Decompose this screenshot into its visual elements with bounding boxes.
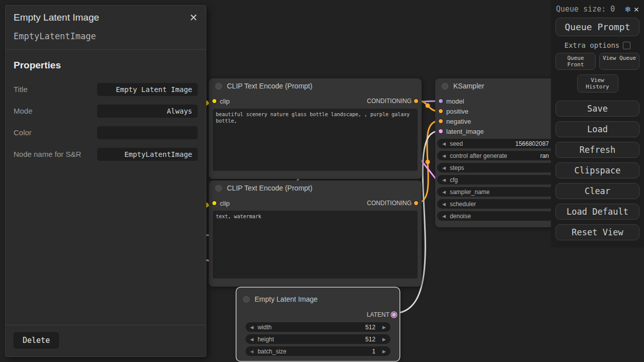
increment-arrow-icon[interactable]: ▶: [382, 349, 386, 354]
mode-select[interactable]: Always: [97, 105, 198, 118]
queue-front-button[interactable]: Queue Front: [555, 53, 596, 70]
node-clip-text-encode-positive[interactable]: CLIP Text Encode (Prompt) clip CONDITION…: [209, 78, 422, 179]
field-label-title: Title: [14, 84, 28, 95]
decrement-arrow-icon[interactable]: ◀: [442, 214, 446, 219]
field-label-color: Color: [14, 128, 32, 138]
field-label-mode: Mode: [14, 106, 33, 116]
input-label-clip: clip: [220, 98, 230, 105]
view-queue-button[interactable]: View Queue: [599, 53, 639, 70]
widget-denoise[interactable]: ◀ denoise: [437, 211, 554, 221]
color-field[interactable]: [97, 126, 198, 139]
decrement-arrow-icon[interactable]: ◀: [250, 337, 254, 342]
output-label-latent: LATENT: [367, 311, 389, 318]
node-properties-dialog: Empty Latent Image ✕ EmptyLatentImage Pr…: [5, 5, 206, 357]
queue-prompt-button[interactable]: Queue Prompt: [555, 18, 639, 36]
node-title: KSampler: [453, 82, 484, 90]
node-title: CLIP Text Encode (Prompt): [227, 184, 312, 192]
positive-prompt-textarea[interactable]: beautiful scenery nature glass bottle la…: [213, 109, 418, 171]
increment-arrow-icon[interactable]: ▶: [382, 337, 386, 342]
widget-height[interactable]: ◀ height 512 ▶: [246, 334, 390, 344]
output-dot-latent[interactable]: [391, 312, 396, 317]
input-dot-negative[interactable]: [438, 119, 443, 124]
save-button[interactable]: Save: [555, 101, 639, 117]
extra-options-checkbox[interactable]: [623, 42, 630, 49]
node-header[interactable]: KSampler: [435, 78, 556, 94]
decrement-arrow-icon[interactable]: ◀: [442, 177, 446, 183]
slot-row: clip CONDITIONING: [209, 198, 422, 208]
widget-batch-size[interactable]: ◀ batch_size 1 ▶: [246, 346, 390, 356]
node-title: Empty Latent Image: [255, 295, 317, 303]
settings-gear-icon[interactable]: ❄: [625, 5, 630, 14]
close-menu-icon[interactable]: ✕: [634, 5, 639, 14]
collapse-dot-icon[interactable]: [442, 83, 448, 89]
input-label-clip: clip: [220, 200, 230, 207]
input-label-negative: negative: [446, 118, 471, 125]
node-empty-latent-image[interactable]: Empty Latent Image LATENT ◀ width 512 ▶ …: [236, 288, 399, 361]
decrement-arrow-icon[interactable]: ◀: [250, 349, 254, 354]
decrement-arrow-icon[interactable]: ◀: [442, 190, 446, 195]
decrement-arrow-icon[interactable]: ◀: [442, 165, 446, 170]
input-label-model: model: [446, 98, 464, 105]
input-dot-positive[interactable]: [438, 109, 443, 114]
comfy-menu: Queue size: 0 ❄ ✕ Queue Prompt Extra opt…: [551, 0, 644, 247]
output-dot-conditioning[interactable]: [414, 201, 419, 206]
node-name-sr-field[interactable]: EmptyLatentImage: [97, 148, 198, 161]
load-default-button[interactable]: Load Default: [555, 204, 639, 220]
field-label-node-name-sr: Node name for S&R: [14, 149, 81, 159]
input-label-latent-image: latent_image: [446, 128, 484, 135]
node-header[interactable]: Empty Latent Image: [236, 288, 399, 305]
slot-row: model: [435, 96, 556, 106]
input-dot-latent-image[interactable]: [438, 129, 443, 134]
load-button[interactable]: Load: [555, 121, 639, 137]
decrement-arrow-icon[interactable]: ◀: [250, 325, 254, 330]
link-dot-negative: [426, 160, 430, 164]
slot-row: negative: [435, 116, 556, 126]
delete-button[interactable]: Delete: [14, 332, 59, 348]
node-clip-text-encode-negative[interactable]: CLIP Text Encode (Prompt) clip CONDITION…: [209, 180, 422, 287]
output-label-conditioning: CONDITIONING: [367, 200, 412, 207]
title-field[interactable]: Empty Latent Image: [97, 83, 198, 96]
negative-prompt-textarea[interactable]: text, watermark: [213, 211, 418, 279]
widget-width[interactable]: ◀ width 512 ▶: [246, 322, 390, 332]
decrement-arrow-icon[interactable]: ◀: [442, 153, 446, 158]
increment-arrow-icon[interactable]: ▶: [382, 325, 386, 330]
queue-size-label: Queue size: 0: [556, 5, 622, 14]
close-icon[interactable]: ✕: [189, 13, 198, 23]
widget-cfg[interactable]: ◀ cfg: [437, 175, 554, 185]
dialog-title: Empty Latent Image: [14, 12, 99, 23]
decrement-arrow-icon[interactable]: ◀: [442, 141, 446, 146]
widget-control-after-generate[interactable]: ◀ control after generate ran: [437, 151, 554, 160]
clipspace-button[interactable]: Clipspace: [555, 162, 639, 178]
widget-steps[interactable]: ◀ steps: [437, 163, 554, 172]
collapse-dot-icon[interactable]: [215, 185, 222, 192]
slot-row: latent_image: [435, 126, 556, 136]
widget-seed[interactable]: ◀ seed 1566802087: [437, 139, 554, 148]
input-label-positive: positive: [446, 108, 468, 115]
input-dot-model[interactable]: [438, 99, 443, 104]
collapse-dot-icon[interactable]: [215, 83, 222, 89]
node-header[interactable]: CLIP Text Encode (Prompt): [209, 78, 422, 94]
decrement-arrow-icon[interactable]: ◀: [442, 202, 446, 207]
collapse-dot-icon[interactable]: [243, 296, 250, 303]
extra-options-label: Extra options: [565, 41, 620, 49]
properties-section-title: Properties: [14, 60, 198, 71]
input-dot-clip[interactable]: [212, 99, 217, 104]
output-dot-conditioning[interactable]: [414, 99, 419, 104]
slot-row: clip CONDITIONING: [209, 96, 422, 106]
refresh-button[interactable]: Refresh: [555, 142, 639, 158]
view-history-button[interactable]: View History: [577, 74, 618, 93]
input-dot-clip[interactable]: [212, 201, 217, 206]
slot-row: positive: [435, 106, 556, 116]
link-dot-positive: [426, 104, 430, 108]
node-header[interactable]: CLIP Text Encode (Prompt): [209, 180, 422, 196]
output-label-conditioning: CONDITIONING: [367, 98, 412, 105]
reset-view-button[interactable]: Reset View: [555, 224, 639, 240]
clear-button[interactable]: Clear: [555, 183, 639, 199]
node-title: CLIP Text Encode (Prompt): [227, 82, 312, 90]
node-ksampler[interactable]: KSampler model positive negative latent_…: [435, 78, 556, 227]
slot-row: LATENT: [236, 310, 399, 320]
widget-sampler-name[interactable]: ◀ sampler_name: [437, 187, 554, 197]
dialog-node-type: EmptyLatentImage: [6, 27, 206, 50]
widget-scheduler[interactable]: ◀ scheduler: [437, 199, 554, 209]
